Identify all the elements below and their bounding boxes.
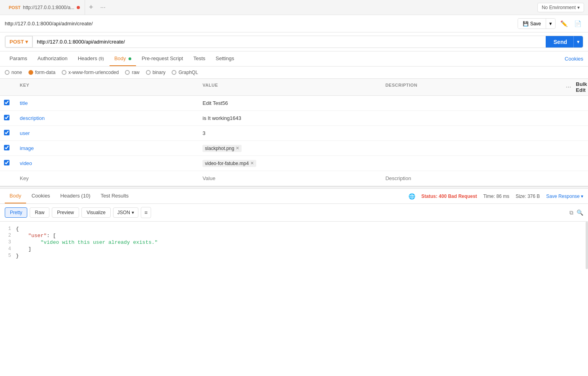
scrollbar[interactable] (586, 222, 588, 269)
row-value-video: video-for-fatube.mp4 ✕ (199, 158, 381, 169)
row-checkbox-image[interactable] (0, 142, 16, 154)
row-actions-video (564, 161, 588, 166)
format-select[interactable]: JSON ▾ (113, 207, 138, 218)
row-desc-desc (382, 116, 564, 121)
key-input[interactable] (20, 175, 195, 181)
empty-actions (564, 176, 588, 181)
radio-form-data[interactable]: form-data (28, 70, 55, 75)
response-tabs: Body Cookies Headers (10) Test Results 🌐… (0, 189, 588, 204)
line-number: 3 (0, 239, 16, 245)
table-row: title Edit Test56 (0, 96, 588, 111)
view-preview-button[interactable]: Preview (52, 207, 79, 218)
table-header: KEY VALUE DESCRIPTION ··· Bulk Edit (0, 79, 588, 96)
method-select[interactable]: POST ▾ (5, 36, 32, 47)
empty-row (0, 171, 588, 186)
radio-none-circle (5, 70, 9, 75)
empty-desc-input[interactable] (382, 173, 564, 184)
save-chevron-button[interactable]: ▾ (546, 19, 555, 28)
remove-file-video[interactable]: ✕ (250, 161, 254, 166)
save-button[interactable]: 💾 Save (518, 19, 546, 28)
table-more-button[interactable]: ··· (564, 84, 573, 91)
search-button[interactable]: 🔍 (577, 209, 583, 216)
response-time: Time: 86 ms (483, 194, 509, 199)
status-badge: Status: 400 Bad Request (422, 194, 477, 199)
response-size: Size: 376 B (516, 194, 540, 199)
tab-authorization[interactable]: Authorization (33, 51, 72, 66)
tab-params[interactable]: Params (5, 51, 32, 66)
tab-pre-request[interactable]: Pre-request Script (137, 51, 188, 66)
wrap-button[interactable]: ≡ (141, 207, 151, 218)
send-button[interactable]: Send (546, 36, 575, 47)
row-value-desc[interactable]: is It working1643 (199, 113, 381, 123)
th-actions: ··· Bulk Edit (564, 81, 588, 93)
tab-tests[interactable]: Tests (189, 51, 210, 66)
url-input[interactable] (32, 36, 545, 47)
copy-button[interactable]: ⧉ (569, 209, 573, 216)
empty-value-input[interactable] (199, 173, 381, 184)
empty-key-input[interactable] (16, 173, 199, 184)
row-value-title[interactable]: Edit Test56 (199, 98, 381, 108)
th-key: KEY (16, 81, 199, 93)
radio-form-data-circle (28, 70, 33, 75)
remove-file-image[interactable]: ✕ (236, 146, 239, 151)
th-description: DESCRIPTION (382, 81, 564, 93)
value-input[interactable] (202, 175, 377, 181)
response-tab-cookies[interactable]: Cookies (27, 189, 55, 203)
save-response-button[interactable]: Save Response ▾ (546, 194, 583, 199)
docs-button[interactable]: 📄 (573, 19, 583, 29)
line-number: 4 (0, 246, 16, 252)
radio-raw[interactable]: raw (125, 70, 139, 75)
row-key-video[interactable]: video (16, 158, 199, 169)
response-toolbar: Pretty Raw Preview Visualize JSON ▾ ≡ ⧉ … (0, 204, 588, 222)
row-key-title[interactable]: title (16, 98, 199, 108)
row-actions-desc (564, 116, 588, 121)
response-status-bar: 🌐 Status: 400 Bad Request Time: 86 ms Si… (408, 193, 583, 199)
cookies-link[interactable]: Cookies (565, 56, 583, 62)
save-label: Save (530, 21, 541, 27)
row-checkbox-user[interactable] (0, 127, 16, 139)
row-checkbox-video[interactable] (0, 158, 16, 169)
row-checkbox-desc[interactable] (0, 112, 16, 124)
response-tab-body[interactable]: Body (5, 189, 26, 203)
send-chevron-button[interactable]: ▾ (573, 36, 583, 47)
method-chevron-icon: ▾ (25, 39, 28, 45)
row-key-desc[interactable]: description (16, 113, 199, 123)
row-key-user[interactable]: user (16, 128, 199, 139)
tab-options-button[interactable]: ··· (97, 4, 109, 11)
radio-graphql[interactable]: GraphQL (172, 70, 198, 75)
method-label: POST (9, 39, 24, 45)
view-visualize-button[interactable]: Visualize (81, 207, 111, 218)
row-desc-title (382, 101, 564, 106)
tab-settings[interactable]: Settings (211, 51, 239, 66)
edit-button[interactable]: ✏️ (559, 19, 569, 29)
view-pretty-button[interactable]: Pretty (5, 207, 27, 218)
radio-none-label: none (11, 70, 22, 75)
tab-headers[interactable]: Headers (9) (73, 51, 109, 66)
current-url-display: http://127.0.0.1:8000/api/admin/create/ (5, 21, 93, 27)
request-tab[interactable]: POST http://127.0.0.1:8000/a... (4, 0, 85, 15)
code-line-1: 1 { (0, 226, 588, 232)
code-line-2: 2 "user": [ (0, 232, 588, 239)
table-row: user 3 (0, 126, 588, 141)
environment-selector[interactable]: No Environment ▾ (537, 3, 584, 12)
response-tab-test-results[interactable]: Test Results (96, 189, 133, 203)
new-tab-button[interactable]: + (85, 3, 97, 11)
format-label: JSON (117, 210, 130, 215)
table-row: description is It working1643 (0, 111, 588, 126)
view-raw-button[interactable]: Raw (30, 207, 49, 218)
radio-urlencoded-label: x-www-form-urlencoded (68, 70, 119, 75)
row-actions-image (564, 146, 588, 151)
radio-none[interactable]: none (5, 70, 22, 75)
radio-binary[interactable]: binary (146, 70, 166, 75)
tab-body[interactable]: Body (110, 51, 136, 66)
row-actions-user (564, 131, 588, 136)
row-value-image: slackphot.png ✕ (199, 142, 381, 154)
row-key-image[interactable]: image (16, 143, 199, 154)
bulk-edit-button[interactable]: Bulk Edit (576, 81, 588, 93)
row-checkbox-title[interactable] (0, 97, 16, 109)
radio-urlencoded[interactable]: x-www-form-urlencoded (62, 70, 119, 75)
desc-input[interactable] (386, 175, 560, 181)
row-value-user[interactable]: 3 (199, 128, 381, 139)
response-tab-headers[interactable]: Headers (10) (56, 189, 95, 203)
top-bar-right: No Environment ▾ (537, 3, 584, 12)
